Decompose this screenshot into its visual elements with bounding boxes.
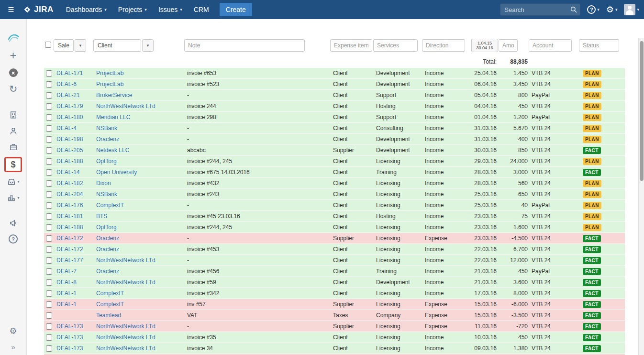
crm-logo-icon[interactable] [7, 33, 20, 43]
deal-link[interactable]: DEAL-4 [56, 125, 77, 132]
row-checkbox[interactable] [46, 191, 52, 198]
company-link[interactable]: ComplexIT [96, 290, 124, 297]
deal-link[interactable]: DEAL-172 [56, 246, 83, 253]
deal-link[interactable]: DEAL-173 [56, 323, 83, 330]
redo-icon[interactable]: ↻ [9, 84, 18, 94]
add-icon[interactable]: + [10, 50, 16, 61]
company-link[interactable]: NorthWestNetwork LTd [96, 334, 155, 341]
row-checkbox[interactable] [46, 213, 52, 220]
row-checkbox[interactable] [46, 345, 52, 352]
sale-filter-dropdown-button[interactable]: ▾ [75, 39, 86, 52]
company-link[interactable]: NSBank [96, 191, 117, 198]
nav-dashboards[interactable]: Dashboards▾ [60, 0, 112, 19]
company-link[interactable]: NorthWestNetwork LTd [96, 103, 155, 110]
company-link[interactable]: Oraclenz [96, 235, 119, 242]
jira-logo[interactable]: JIRA [23, 5, 54, 14]
row-checkbox[interactable] [46, 147, 52, 154]
sidebar-item-contacts[interactable] [9, 126, 18, 136]
company-link[interactable]: Oraclenz [96, 268, 119, 275]
deal-link[interactable]: DEAL-7 [56, 268, 77, 275]
deal-link[interactable]: DEAL-180 [56, 114, 83, 121]
company-link[interactable]: NSBank [96, 125, 117, 132]
company-link[interactable]: NorthWestNetwork LTd [96, 279, 155, 286]
deal-link[interactable]: DEAL-8 [56, 279, 77, 286]
client-filter-value[interactable]: Client [93, 39, 141, 52]
company-link[interactable]: BrokerService [96, 92, 132, 99]
deal-link[interactable]: DEAL-14 [56, 169, 80, 176]
company-link[interactable]: OptTorg [96, 224, 117, 231]
company-link[interactable]: Open University [96, 169, 137, 176]
deal-link[interactable]: DEAL-181 [56, 213, 83, 220]
row-checkbox[interactable] [46, 158, 52, 165]
status-filter-input[interactable] [579, 39, 619, 52]
row-checkbox[interactable] [46, 224, 52, 231]
row-checkbox[interactable] [46, 246, 52, 253]
remove-icon[interactable]: × [9, 68, 18, 77]
deal-link[interactable]: DEAL-198 [56, 136, 83, 143]
search-icon[interactable] [570, 6, 577, 13]
row-checkbox[interactable] [46, 323, 52, 330]
account-filter-input[interactable] [529, 39, 572, 52]
deal-link[interactable]: DEAL-171 [56, 70, 83, 77]
sidebar-item-reports[interactable]: ▾ [7, 193, 19, 202]
row-checkbox[interactable] [46, 136, 52, 143]
deal-link[interactable]: DEAL-6 [56, 81, 77, 88]
deal-link[interactable]: DEAL-179 [56, 103, 83, 110]
company-link[interactable]: Netdesk LLC [96, 147, 129, 154]
company-link[interactable]: Oraclenz [96, 136, 119, 143]
sale-filter-value[interactable]: Sale [54, 39, 74, 52]
sidebar-item-help[interactable]: ? [9, 234, 18, 244]
row-checkbox[interactable] [46, 202, 52, 209]
row-checkbox[interactable] [46, 301, 52, 308]
row-checkbox[interactable] [46, 114, 52, 121]
nav-crm[interactable]: CRM [188, 0, 215, 19]
nav-projects[interactable]: Projects▾ [112, 0, 153, 19]
deal-link[interactable]: DEAL-176 [56, 202, 83, 209]
sidebar-item-cases[interactable] [9, 142, 18, 152]
row-checkbox[interactable] [46, 290, 52, 297]
sidebar-item-products[interactable]: ▾ [7, 177, 19, 186]
deal-link[interactable]: DEAL-173 [56, 345, 83, 352]
amount-filter-input[interactable] [499, 39, 518, 52]
deal-link[interactable]: DEAL-172 [56, 235, 83, 242]
settings-icon[interactable]: ⚙ [9, 327, 17, 335]
row-checkbox[interactable] [46, 279, 52, 286]
company-link[interactable]: Oraclenz [96, 246, 119, 253]
row-checkbox[interactable] [46, 70, 52, 77]
deal-link[interactable]: DEAL-177 [56, 257, 83, 264]
company-link[interactable]: ProjectLab [96, 81, 123, 88]
row-checkbox[interactable] [46, 125, 52, 132]
scrollbar-thumb[interactable] [640, 41, 644, 181]
company-link[interactable]: NorthWestNetwork LTd [96, 345, 155, 352]
sidebar-item-feedback[interactable] [9, 218, 18, 228]
company-link[interactable]: Teamlead [96, 312, 121, 319]
company-link[interactable]: Meridian LLC [96, 114, 130, 121]
deal-link[interactable]: DEAL-188 [56, 224, 83, 231]
hamburger-menu-icon[interactable]: ≡ [3, 0, 19, 19]
company-link[interactable]: ComplexIT [96, 301, 124, 308]
admin-settings-menu[interactable]: ⚙ ▾ [606, 5, 618, 14]
deal-link[interactable]: DEAL-205 [56, 147, 83, 154]
company-link[interactable]: OptTorg [96, 158, 117, 165]
row-checkbox[interactable] [46, 180, 52, 187]
nav-issues[interactable]: Issues▾ [153, 0, 188, 19]
company-link[interactable]: NorthWestNetwork LTd [96, 257, 155, 264]
row-checkbox[interactable] [46, 103, 52, 110]
company-link[interactable]: BTS [96, 213, 107, 220]
deal-link[interactable]: DEAL-182 [56, 180, 83, 187]
deal-link[interactable]: DEAL-188 [56, 158, 83, 165]
create-button[interactable]: Create [220, 3, 252, 16]
deal-link[interactable]: DEAL-1 [56, 290, 77, 297]
row-checkbox[interactable] [46, 257, 52, 264]
row-checkbox[interactable] [46, 92, 52, 99]
note-filter-input[interactable] [184, 39, 305, 52]
row-checkbox[interactable] [46, 268, 52, 275]
sidebar-item-companies[interactable] [9, 110, 18, 120]
company-link[interactable]: Dixon [96, 180, 111, 187]
select-all-checkbox[interactable] [45, 42, 51, 48]
row-checkbox[interactable] [46, 312, 52, 319]
user-profile-menu[interactable]: ▾ [624, 4, 639, 15]
expense-items-filter-input[interactable] [330, 39, 372, 52]
row-checkbox[interactable] [46, 235, 52, 242]
expand-sidebar-icon[interactable]: » [11, 344, 15, 351]
